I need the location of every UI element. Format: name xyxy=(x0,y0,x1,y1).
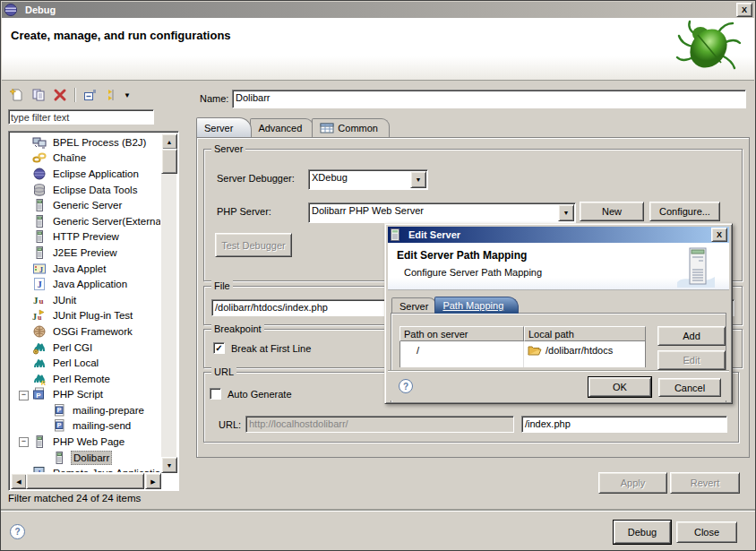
add-mapping-button[interactable]: Add xyxy=(657,326,726,346)
type-filter-input[interactable] xyxy=(8,109,154,125)
tree-item[interactable]: Dolibarr xyxy=(11,450,160,466)
scroll-thumb[interactable] xyxy=(26,473,144,489)
break-first-line-checkbox[interactable]: ✓ xyxy=(213,342,225,354)
tree-item-label[interactable]: BPEL Process (B2J) xyxy=(51,136,148,149)
tree-item-label[interactable]: Eclipse Application xyxy=(51,168,141,180)
tree-item-label[interactable]: Generic Server(External La xyxy=(51,215,160,228)
duplicate-configuration-icon xyxy=(31,88,46,102)
test-debugger-button[interactable]: Test Debugger xyxy=(215,233,292,257)
url-base-input[interactable]: http://localhostdolibarr/ xyxy=(245,416,514,433)
server-debugger-combo[interactable]: XDebug ▼ xyxy=(308,169,428,190)
tree-item-label[interactable]: PHP Script xyxy=(51,388,105,400)
tree-item-label[interactable]: Generic Server xyxy=(51,199,124,211)
edit-mapping-button[interactable]: Edit xyxy=(657,350,726,370)
help-button[interactable]: ? xyxy=(10,524,25,539)
tree-vertical-scrollbar[interactable]: ▲ ▼ xyxy=(161,133,176,473)
tree-item-label[interactable]: Perl Remote xyxy=(51,373,112,385)
filter-dropdown-caret-icon[interactable]: ▼ xyxy=(124,91,131,99)
tree-item[interactable]: −PHP Web Page xyxy=(11,434,160,450)
new-configuration-button[interactable] xyxy=(8,87,26,103)
scroll-down-button[interactable]: ▼ xyxy=(161,457,177,473)
apply-button[interactable]: Apply xyxy=(598,472,667,494)
tree-item-label[interactable]: J2EE Preview xyxy=(51,246,119,259)
tree-item[interactable]: RPerl Remote xyxy=(11,371,160,387)
chevron-down-icon[interactable]: ▼ xyxy=(558,204,574,221)
local-path-cell[interactable]: /dolibarr/htdocs xyxy=(524,341,645,358)
tree-item[interactable]: Eclipse Application xyxy=(11,166,160,182)
tree-item-label[interactable]: PHP Web Page xyxy=(51,435,126,448)
tree-item[interactable]: BPEL Process (B2J) xyxy=(11,134,160,151)
tree-item[interactable]: JuJUnit xyxy=(11,292,160,308)
tree-item[interactable]: −PPHP Script xyxy=(11,387,160,403)
tree-item-label[interactable]: Java Applet xyxy=(51,263,107,275)
tree-item[interactable]: J2EE Preview xyxy=(11,245,160,261)
cancel-button[interactable]: Cancel xyxy=(658,378,721,397)
tree-item[interactable]: Pmailing-prepare xyxy=(11,402,160,418)
window-titlebar[interactable]: Debug X xyxy=(2,2,754,18)
filter-button[interactable] xyxy=(102,87,120,103)
debug-button[interactable]: Debug xyxy=(614,521,671,544)
delete-configuration-button[interactable] xyxy=(51,87,69,103)
name-input[interactable]: Dolibarr xyxy=(232,90,746,108)
tree-item[interactable]: OSGi Framework xyxy=(11,323,160,340)
table-row[interactable]: //dolibarr/htdocs xyxy=(399,341,646,358)
tab-server[interactable]: Server xyxy=(196,117,252,137)
tree-collapse-toggle[interactable]: − xyxy=(19,391,29,400)
scroll-left-button[interactable]: ◀ xyxy=(11,473,27,489)
tree-item-label[interactable]: Chaîne xyxy=(51,151,88,164)
tree-item[interactable]: JJava Application xyxy=(11,276,160,292)
chevron-down-icon[interactable]: ▼ xyxy=(410,171,426,188)
tree-item[interactable]: JuJUnit Plug-in Test xyxy=(11,308,160,324)
php-server-combo[interactable]: Dolibarr PHP Web Server ▼ xyxy=(308,202,576,223)
scroll-thumb[interactable] xyxy=(161,149,177,174)
tree-item[interactable]: HTTP Preview xyxy=(11,229,160,245)
path-on-server-cell[interactable]: / xyxy=(400,341,524,358)
dialog-help-button[interactable]: ? xyxy=(399,379,413,393)
tree-item-label[interactable]: mailing-prepare xyxy=(71,404,146,417)
column-header[interactable]: Local path xyxy=(524,326,646,341)
tree-item-label[interactable]: JUnit Plug-in Test xyxy=(51,309,134,322)
auto-generate-checkbox[interactable] xyxy=(210,388,221,400)
url-path-input[interactable]: /index.php xyxy=(521,416,727,433)
tree-item[interactable]: JRemote Java Application xyxy=(11,465,160,472)
edit-server-titlebar[interactable]: Edit Server X xyxy=(388,227,729,243)
tree-item-label[interactable]: Perl CGI xyxy=(51,341,94,354)
tree-item-label[interactable]: mailing-send xyxy=(71,419,133,432)
new-server-button[interactable]: New xyxy=(580,202,644,221)
scroll-right-button[interactable]: ▶ xyxy=(145,473,161,489)
tree-item-label[interactable]: Eclipse Data Tools xyxy=(51,184,139,196)
tree-item[interactable]: Generic Server xyxy=(11,197,160,213)
column-header[interactable]: Path on server xyxy=(399,326,524,341)
tree-item-label[interactable]: Perl Local xyxy=(51,357,100,369)
tree-item[interactable]: JJava Applet xyxy=(11,261,160,277)
tree-item[interactable]: Pmailing-send xyxy=(11,418,160,435)
tree-item[interactable]: Eclipse Data Tools xyxy=(11,182,160,198)
java-app-icon: J xyxy=(32,277,47,291)
close-button[interactable]: Close xyxy=(676,521,737,543)
revert-button[interactable]: Revert xyxy=(670,472,740,494)
scroll-up-button[interactable]: ▲ xyxy=(161,133,177,150)
tree-item-label[interactable]: OSGi Framework xyxy=(51,325,134,338)
tree-item-label[interactable]: Dolibarr xyxy=(71,451,112,465)
window-close-button[interactable]: X xyxy=(736,3,752,17)
tree-horizontal-scrollbar[interactable]: ◀ ▶ xyxy=(11,473,161,488)
tree-item[interactable]: Perl Local xyxy=(11,355,160,371)
tree-item[interactable]: Perl CGI xyxy=(11,340,160,356)
tree-collapse-toggle[interactable]: − xyxy=(19,437,29,447)
dialog-tab-server[interactable]: Server xyxy=(391,297,436,314)
dialog-tab-path-mapping[interactable]: Path Mapping xyxy=(434,297,519,314)
duplicate-configuration-button[interactable] xyxy=(30,87,47,103)
ok-button[interactable]: OK xyxy=(588,377,651,397)
tree-item-label[interactable]: Remote Java Application xyxy=(51,467,160,472)
tree-item[interactable]: Chaîne xyxy=(11,151,160,167)
configure-server-button[interactable]: Configure... xyxy=(649,202,720,221)
tree-item-label[interactable]: Java Application xyxy=(51,278,129,290)
tree-item-label[interactable]: JUnit xyxy=(51,294,78,306)
dialog-close-button[interactable]: X xyxy=(711,228,727,242)
tree-item[interactable]: Generic Server(External La xyxy=(11,213,160,229)
collapse-all-button[interactable] xyxy=(81,87,99,103)
tab-common[interactable]: Common xyxy=(312,118,390,137)
tab-advanced[interactable]: Advanced xyxy=(250,118,314,137)
break-first-line-label: Break at First Line xyxy=(231,343,311,354)
tree-item-label[interactable]: HTTP Preview xyxy=(51,230,121,243)
